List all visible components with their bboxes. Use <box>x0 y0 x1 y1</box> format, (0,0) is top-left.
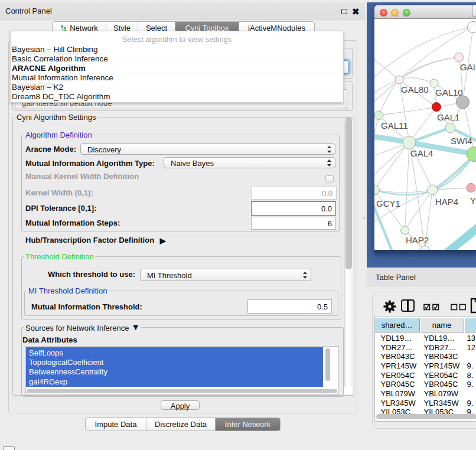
svg-text:GCY1: GCY1 <box>376 198 400 208</box>
svg-text:GAL80: GAL80 <box>401 84 429 94</box>
svg-text:SWI4: SWI4 <box>451 136 472 146</box>
svg-text:GAL4: GAL4 <box>410 148 433 158</box>
svg-text:GAL7: GAL7 <box>460 62 476 72</box>
svg-text:Y: Y <box>470 195 476 206</box>
svg-text:HAP2: HAP2 <box>406 235 429 245</box>
svg-text:GAL1: GAL1 <box>437 112 459 122</box>
svg-text:GAL10: GAL10 <box>435 87 463 97</box>
svg-text:GAL11: GAL11 <box>381 120 408 131</box>
svg-text:HAP4: HAP4 <box>435 197 458 207</box>
